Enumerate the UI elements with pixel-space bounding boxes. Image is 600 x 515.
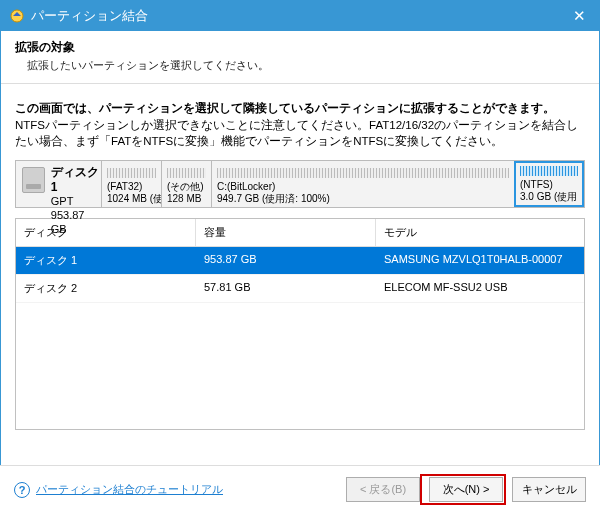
title-bar: パーティション結合 ✕: [1, 1, 599, 31]
partition-segment[interactable]: (その他) 128 MB: [161, 161, 211, 207]
cell-disk: ディスク 1: [16, 247, 196, 274]
seg-label: (その他): [167, 181, 206, 193]
tutorial-link[interactable]: パーティション結合のチュートリアル: [36, 482, 223, 497]
next-button[interactable]: 次へ(N) >: [429, 477, 503, 502]
cell-capacity: 953.87 GB: [196, 247, 376, 274]
header-title: 拡張の対象: [15, 39, 585, 56]
seg-label: C:(BitLocker): [217, 181, 509, 193]
disk-name: ディスク 1: [51, 165, 101, 195]
header-subtitle: 拡張したいパーティションを選択してください。: [15, 58, 585, 73]
partition-segment[interactable]: (FAT32) 1024 MB (使: [101, 161, 161, 207]
seg-sub: 949.7 GB (使用済: 100%): [217, 193, 509, 205]
cell-model: SAMSUNG MZVLQ1T0HALB-00007: [376, 247, 584, 274]
seg-sub: 128 MB: [167, 193, 206, 205]
app-icon: [9, 8, 25, 24]
disk-table: ディスク 容量 モデル ディスク 1 953.87 GB SAMSUNG MZV…: [15, 218, 585, 430]
seg-label: (FAT32): [107, 181, 156, 193]
footer: ? パーティション結合のチュートリアル < 戻る(B) 次へ(N) > キャンセ…: [0, 465, 600, 515]
seg-sub: 1024 MB (使: [107, 193, 156, 205]
cancel-button[interactable]: キャンセル: [512, 477, 586, 502]
window-title: パーティション結合: [31, 7, 148, 25]
desc-rest: NTFSパーティションしか選択できないことに注意してください。FAT12/16/…: [15, 119, 578, 148]
usage-bar: [107, 168, 156, 178]
usage-bar: [217, 168, 509, 178]
disk-info: ディスク 1 GPT 953.87 GB: [16, 161, 101, 207]
description: この画面では、パーティションを選択して隣接しているパーティションに拡張することが…: [15, 100, 585, 150]
partition-segment-selected[interactable]: (NTFS) 3.0 GB (使用: [514, 161, 584, 207]
table-header: ディスク 容量 モデル: [16, 219, 584, 247]
seg-label: (NTFS): [520, 179, 578, 191]
desc-bold: この画面では、パーティションを選択して隣接しているパーティションに拡張することが…: [15, 102, 555, 114]
usage-bar: [167, 168, 206, 178]
highlight-annotation: 次へ(N) >: [420, 474, 506, 505]
table-row[interactable]: ディスク 1 953.87 GB SAMSUNG MZVLQ1T0HALB-00…: [16, 247, 584, 275]
disk-icon: [22, 167, 45, 193]
seg-sub: 3.0 GB (使用: [520, 191, 578, 203]
cell-disk: ディスク 2: [16, 275, 196, 302]
usage-bar: [520, 166, 578, 176]
partition-segment[interactable]: C:(BitLocker) 949.7 GB (使用済: 100%): [211, 161, 514, 207]
disk-layout: ディスク 1 GPT 953.87 GB (FAT32) 1024 MB (使 …: [15, 160, 585, 208]
close-button[interactable]: ✕: [559, 1, 599, 31]
table-body: ディスク 1 953.87 GB SAMSUNG MZVLQ1T0HALB-00…: [16, 247, 584, 430]
cell-capacity: 57.81 GB: [196, 275, 376, 302]
table-row[interactable]: ディスク 2 57.81 GB ELECOM MF-SSU2 USB: [16, 275, 584, 303]
back-button: < 戻る(B): [346, 477, 420, 502]
th-model[interactable]: モデル: [376, 219, 584, 246]
th-disk[interactable]: ディスク: [16, 219, 196, 246]
cell-model: ELECOM MF-SSU2 USB: [376, 275, 584, 302]
th-capacity[interactable]: 容量: [196, 219, 376, 246]
help-icon[interactable]: ?: [14, 482, 30, 498]
page-header: 拡張の対象 拡張したいパーティションを選択してください。: [1, 31, 599, 84]
disk-type: GPT: [51, 195, 101, 209]
main-content: この画面では、パーティションを選択して隣接しているパーティションに拡張することが…: [1, 84, 599, 440]
